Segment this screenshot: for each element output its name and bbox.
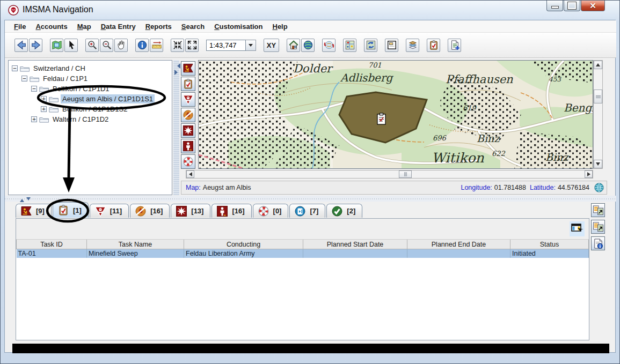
column-header-task-name[interactable]: Task Name [87,240,184,249]
scroll-left-button[interactable] [186,170,194,178]
education-tab[interactable]: [7] [289,204,325,218]
tree-item-switzerland[interactable]: −Switzerland / CH [9,63,172,73]
menu-search[interactable]: Search [177,21,209,32]
collapse-right-icon[interactable] [174,70,180,75]
menu-reports[interactable]: Reports [141,21,177,32]
tree-item-bollikon[interactable]: −Bollikon / C1P1D1 [9,84,172,94]
accident-tab[interactable]: [16] [130,204,170,218]
identify-button[interactable] [135,39,149,52]
maximize-button[interactable] [564,1,580,11]
hazard-tab[interactable]: [11] [90,204,129,218]
expand-plus-icon[interactable]: + [31,116,37,122]
expand-plus-icon[interactable]: + [41,96,47,102]
new-report-button[interactable] [448,39,461,52]
tree-item-bollikon[interactable]: +Bollikon / C1P1D1S2 [9,104,172,114]
hazard-map-button[interactable] [181,92,195,107]
xy-button[interactable]: XY [264,39,279,52]
deminer-tab[interactable]: [9] [16,204,52,218]
globe-button[interactable] [301,39,315,52]
column-header-conducting[interactable]: Conducting [184,240,303,249]
menu-accounts[interactable]: Accounts [31,21,72,32]
task-tab[interactable]: [1] [53,202,89,218]
completed-tab[interactable]: [2] [326,204,362,218]
checklist-button[interactable] [427,39,440,52]
map-place-label: 701 [368,61,382,69]
menu-data-entry[interactable]: Data Entry [96,21,141,32]
scale-dropdown-button[interactable] [246,40,256,51]
deminer-map-button[interactable] [181,61,195,76]
map-vertical-scrollbar[interactable] [593,60,603,169]
collapse-minus-icon[interactable]: − [31,86,37,92]
task-map-icon[interactable] [377,113,385,124]
task-map-button[interactable] [181,77,195,91]
collapse-up-icon[interactable] [20,197,24,202]
explosion-tab[interactable]: [13] [171,204,210,218]
scale-input[interactable] [206,40,246,51]
horizontal-thumb[interactable] [399,170,412,178]
scroll-down-button[interactable] [594,160,602,168]
zoom-previous-button[interactable] [171,39,184,52]
back-button[interactable] [14,39,28,52]
victim-tab[interactable]: [16] [211,204,251,218]
expand-plus-icon[interactable]: + [41,106,47,112]
menu-map[interactable]: Map [72,21,96,32]
tree-item-feldau[interactable]: −Feldau / C1P1 [9,73,172,84]
map-horizontal-scrollbar[interactable] [186,170,593,179]
map-place-label: Adlisberg [340,71,394,84]
overview-map-button[interactable] [343,39,356,52]
tree-map-splitter[interactable] [173,60,179,195]
accident-map-button[interactable] [181,108,195,122]
view-report-button[interactable] [591,203,605,217]
assistance-map-button[interactable] [181,154,195,169]
measure-button[interactable] [150,39,163,52]
assistance-tab[interactable]: [0] [253,204,289,218]
pointer-button[interactable] [64,39,78,52]
assistance-icon [183,156,194,167]
scroll-right-button[interactable] [585,170,593,178]
location-tree: −Switzerland / CH−Feldau / C1P1−Bollikon… [8,60,172,195]
document-info-button[interactable] [591,236,605,250]
column-chooser-button[interactable] [570,221,585,236]
rotate-globe-button[interactable] [322,39,335,52]
task-table[interactable]: Task IDTask NameConductingPlanned Start … [16,240,589,258]
victim-map-button[interactable] [181,139,195,153]
column-header-task-id[interactable]: Task ID [17,240,87,249]
refresh-map-button[interactable] [364,39,377,52]
window-frame-button[interactable] [385,39,398,52]
collapse-minus-icon[interactable]: − [21,76,27,81]
right-arrow-icon [587,172,593,176]
collapse-minus-icon[interactable]: − [12,65,18,71]
column-header-planned-start-date[interactable]: Planned Start Date [303,240,407,249]
close-button[interactable]: ✕ [581,1,605,11]
grid-side-buttons [591,203,605,250]
layer-select-button[interactable] [50,39,63,52]
menu-help[interactable]: Help [268,21,293,32]
title-bar[interactable]: IMSMA Navigation ✕ [1,1,619,20]
tree-item-aeugst-am-albis[interactable]: +Aeugst am Albis / C1P1D1S1 [9,94,172,104]
column-header-planned-end-date[interactable]: Planned End Date [407,240,510,249]
table-row[interactable]: TA-01Minefield SweepFeldau Liberation Ar… [17,249,589,258]
menu-customisation[interactable]: Customisation [209,21,267,32]
zoom-in-button[interactable] [85,39,99,52]
zoom-out-button[interactable] [100,39,113,52]
map-view[interactable]: DolderAdlisberg701Pfaffhausen453619Bengl… [198,60,593,169]
hazard-icon [183,94,194,105]
forward-button[interactable] [29,39,42,52]
scroll-up-button[interactable] [594,61,602,69]
home-button[interactable] [287,39,300,52]
layers-stack-button[interactable] [406,39,419,52]
minimize-button[interactable] [546,1,563,11]
collapse-left-icon[interactable] [174,63,180,69]
column-header-status[interactable]: Status [510,240,589,249]
map-item-toolbar [181,61,195,169]
close-icon: ✕ [589,1,596,11]
view-report-button-2[interactable] [591,220,605,234]
tree-item-waltern[interactable]: +Waltern / C1P1D2 [9,114,172,124]
vertical-thumb[interactable] [594,90,602,103]
explosion-map-button[interactable] [181,123,195,138]
zoom-extent-button[interactable] [185,39,199,52]
menu-file[interactable]: File [9,21,31,32]
education-icon [294,205,306,217]
pan-button[interactable] [114,39,128,52]
top-bottom-splitter[interactable] [5,196,616,202]
